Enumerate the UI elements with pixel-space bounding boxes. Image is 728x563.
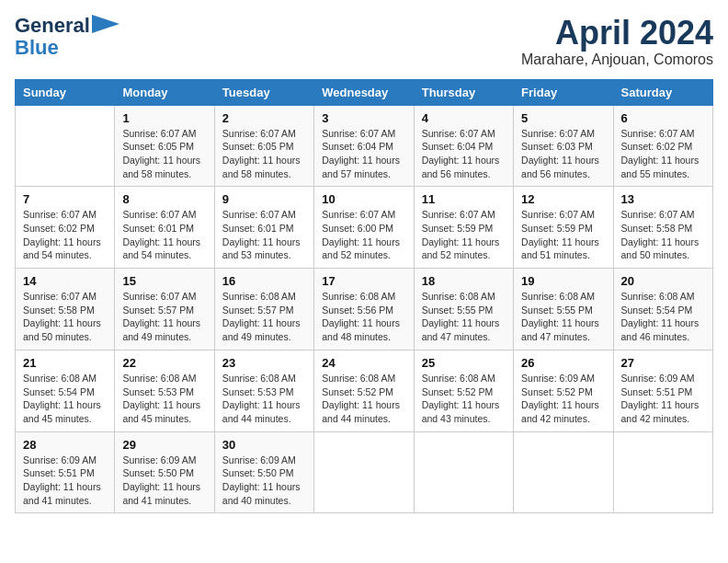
calendar-cell: 16Sunrise: 6:08 AM Sunset: 5:57 PM Dayli… xyxy=(214,269,313,350)
day-info: Sunrise: 6:07 AM Sunset: 6:01 PM Dayligh… xyxy=(222,208,306,262)
day-number: 2 xyxy=(222,111,306,125)
day-number: 18 xyxy=(422,274,506,288)
day-number: 9 xyxy=(222,192,306,206)
day-info: Sunrise: 6:07 AM Sunset: 6:04 PM Dayligh… xyxy=(422,127,506,181)
calendar-cell: 29Sunrise: 6:09 AM Sunset: 5:50 PM Dayli… xyxy=(115,431,214,513)
calendar-cell: 14Sunrise: 6:07 AM Sunset: 5:58 PM Dayli… xyxy=(16,269,115,350)
calendar-cell: 21Sunrise: 6:08 AM Sunset: 5:54 PM Dayli… xyxy=(16,350,115,431)
weekday-header: Saturday xyxy=(613,79,712,105)
day-info: Sunrise: 6:08 AM Sunset: 5:52 PM Dayligh… xyxy=(422,372,506,426)
calendar-body: 1Sunrise: 6:07 AM Sunset: 6:05 PM Daylig… xyxy=(16,105,713,513)
day-number: 25 xyxy=(422,356,506,370)
calendar-cell: 8Sunrise: 6:07 AM Sunset: 6:01 PM Daylig… xyxy=(115,187,214,269)
day-info: Sunrise: 6:08 AM Sunset: 5:56 PM Dayligh… xyxy=(322,290,405,344)
calendar-week-row: 1Sunrise: 6:07 AM Sunset: 6:05 PM Daylig… xyxy=(16,105,713,187)
page-header: General Blue April 2024 Marahare, Anjoua… xyxy=(15,15,713,68)
day-number: 3 xyxy=(322,111,405,125)
svg-marker-0 xyxy=(92,15,119,33)
logo-arrow-icon xyxy=(92,15,119,33)
day-number: 6 xyxy=(621,111,705,125)
calendar-cell: 11Sunrise: 6:07 AM Sunset: 5:59 PM Dayli… xyxy=(414,187,513,269)
day-info: Sunrise: 6:09 AM Sunset: 5:50 PM Dayligh… xyxy=(222,454,306,508)
month-title: April 2024 xyxy=(521,15,713,52)
day-info: Sunrise: 6:08 AM Sunset: 5:57 PM Dayligh… xyxy=(222,290,306,344)
calendar-cell xyxy=(314,431,414,513)
day-number: 21 xyxy=(23,356,107,370)
day-info: Sunrise: 6:07 AM Sunset: 6:02 PM Dayligh… xyxy=(621,127,705,181)
calendar-cell xyxy=(414,431,513,513)
weekday-header: Monday xyxy=(115,79,214,105)
day-number: 11 xyxy=(422,192,506,206)
day-number: 28 xyxy=(23,438,107,452)
calendar-cell: 30Sunrise: 6:09 AM Sunset: 5:50 PM Dayli… xyxy=(214,431,313,513)
weekday-header: Wednesday xyxy=(314,79,414,105)
calendar-cell: 1Sunrise: 6:07 AM Sunset: 6:05 PM Daylig… xyxy=(115,105,214,187)
logo: General Blue xyxy=(15,15,119,59)
calendar-cell: 27Sunrise: 6:09 AM Sunset: 5:51 PM Dayli… xyxy=(613,350,712,431)
logo-text: General xyxy=(15,15,90,37)
day-number: 23 xyxy=(222,356,306,370)
calendar-cell: 15Sunrise: 6:07 AM Sunset: 5:57 PM Dayli… xyxy=(115,269,214,350)
day-info: Sunrise: 6:09 AM Sunset: 5:50 PM Dayligh… xyxy=(122,454,206,508)
day-info: Sunrise: 6:07 AM Sunset: 5:59 PM Dayligh… xyxy=(422,208,506,262)
day-info: Sunrise: 6:07 AM Sunset: 5:57 PM Dayligh… xyxy=(122,290,206,344)
calendar-cell: 3Sunrise: 6:07 AM Sunset: 6:04 PM Daylig… xyxy=(314,105,414,187)
calendar-cell: 6Sunrise: 6:07 AM Sunset: 6:02 PM Daylig… xyxy=(613,105,712,187)
day-number: 7 xyxy=(23,192,107,206)
weekday-header: Thursday xyxy=(414,79,513,105)
day-info: Sunrise: 6:08 AM Sunset: 5:54 PM Dayligh… xyxy=(621,290,705,344)
day-info: Sunrise: 6:07 AM Sunset: 6:02 PM Dayligh… xyxy=(23,208,107,262)
day-number: 26 xyxy=(521,356,605,370)
day-info: Sunrise: 6:08 AM Sunset: 5:53 PM Dayligh… xyxy=(222,372,306,426)
location-title: Marahare, Anjouan, Comoros xyxy=(521,52,713,68)
calendar-cell: 25Sunrise: 6:08 AM Sunset: 5:52 PM Dayli… xyxy=(414,350,513,431)
day-info: Sunrise: 6:07 AM Sunset: 6:05 PM Dayligh… xyxy=(222,127,306,181)
title-block: April 2024 Marahare, Anjouan, Comoros xyxy=(521,15,713,68)
day-number: 15 xyxy=(122,274,206,288)
day-info: Sunrise: 6:07 AM Sunset: 6:04 PM Dayligh… xyxy=(322,127,405,181)
day-number: 5 xyxy=(521,111,605,125)
calendar-cell xyxy=(613,431,712,513)
day-number: 27 xyxy=(621,356,705,370)
day-number: 22 xyxy=(122,356,206,370)
day-info: Sunrise: 6:08 AM Sunset: 5:55 PM Dayligh… xyxy=(521,290,605,344)
day-number: 8 xyxy=(122,192,206,206)
calendar-table: SundayMondayTuesdayWednesdayThursdayFrid… xyxy=(15,79,713,514)
day-number: 29 xyxy=(122,438,206,452)
day-number: 16 xyxy=(222,274,306,288)
day-number: 4 xyxy=(422,111,506,125)
calendar-cell: 12Sunrise: 6:07 AM Sunset: 5:59 PM Dayli… xyxy=(514,187,613,269)
day-info: Sunrise: 6:08 AM Sunset: 5:53 PM Dayligh… xyxy=(122,372,206,426)
day-number: 12 xyxy=(521,192,605,206)
day-number: 13 xyxy=(621,192,705,206)
calendar-week-row: 14Sunrise: 6:07 AM Sunset: 5:58 PM Dayli… xyxy=(16,269,713,350)
calendar-cell: 4Sunrise: 6:07 AM Sunset: 6:04 PM Daylig… xyxy=(414,105,513,187)
day-info: Sunrise: 6:09 AM Sunset: 5:51 PM Dayligh… xyxy=(23,454,107,508)
calendar-cell: 18Sunrise: 6:08 AM Sunset: 5:55 PM Dayli… xyxy=(414,269,513,350)
day-number: 10 xyxy=(322,192,405,206)
calendar-cell: 20Sunrise: 6:08 AM Sunset: 5:54 PM Dayli… xyxy=(613,269,712,350)
day-number: 17 xyxy=(322,274,405,288)
calendar-cell: 23Sunrise: 6:08 AM Sunset: 5:53 PM Dayli… xyxy=(214,350,313,431)
calendar-cell: 19Sunrise: 6:08 AM Sunset: 5:55 PM Dayli… xyxy=(514,269,613,350)
calendar-cell: 17Sunrise: 6:08 AM Sunset: 5:56 PM Dayli… xyxy=(314,269,414,350)
calendar-cell: 13Sunrise: 6:07 AM Sunset: 5:58 PM Dayli… xyxy=(613,187,712,269)
day-info: Sunrise: 6:09 AM Sunset: 5:52 PM Dayligh… xyxy=(521,372,605,426)
calendar-week-row: 7Sunrise: 6:07 AM Sunset: 6:02 PM Daylig… xyxy=(16,187,713,269)
day-number: 24 xyxy=(322,356,405,370)
day-info: Sunrise: 6:07 AM Sunset: 5:59 PM Dayligh… xyxy=(521,208,605,262)
calendar-cell: 22Sunrise: 6:08 AM Sunset: 5:53 PM Dayli… xyxy=(115,350,214,431)
calendar-cell: 9Sunrise: 6:07 AM Sunset: 6:01 PM Daylig… xyxy=(214,187,313,269)
day-info: Sunrise: 6:07 AM Sunset: 5:58 PM Dayligh… xyxy=(621,208,705,262)
calendar-cell: 24Sunrise: 6:08 AM Sunset: 5:52 PM Dayli… xyxy=(314,350,414,431)
calendar-cell: 28Sunrise: 6:09 AM Sunset: 5:51 PM Dayli… xyxy=(16,431,115,513)
day-info: Sunrise: 6:09 AM Sunset: 5:51 PM Dayligh… xyxy=(621,372,705,426)
weekday-header: Sunday xyxy=(16,79,115,105)
logo-blue-text: Blue xyxy=(15,37,59,59)
calendar-cell: 2Sunrise: 6:07 AM Sunset: 6:05 PM Daylig… xyxy=(214,105,313,187)
day-info: Sunrise: 6:07 AM Sunset: 6:05 PM Dayligh… xyxy=(122,127,206,181)
calendar-cell xyxy=(16,105,115,187)
day-number: 19 xyxy=(521,274,605,288)
calendar-cell xyxy=(514,431,613,513)
calendar-cell: 10Sunrise: 6:07 AM Sunset: 6:00 PM Dayli… xyxy=(314,187,414,269)
